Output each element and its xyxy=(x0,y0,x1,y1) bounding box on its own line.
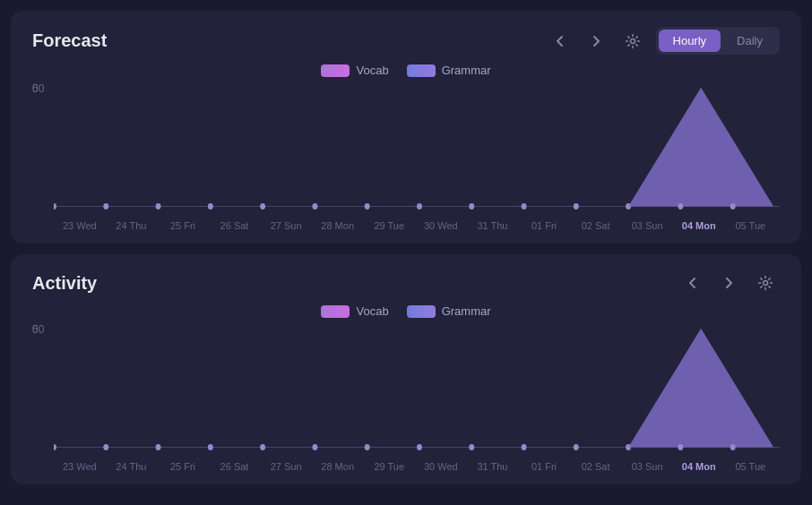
grammar-legend-label: Grammar xyxy=(442,64,491,77)
x-label-3: 26 Sat xyxy=(209,220,261,231)
forecast-next-button[interactable] xyxy=(583,30,609,53)
svg-point-28 xyxy=(522,444,527,450)
svg-point-10 xyxy=(469,203,474,210)
activity-chart-container: 50 0 23 Wed xyxy=(32,323,780,472)
x-label-5: 28 Mon xyxy=(312,220,364,231)
activity-chart xyxy=(32,323,780,458)
ax-label-7: 30 Wed xyxy=(415,461,467,472)
forecast-chart xyxy=(32,82,780,217)
activity-vocab-label: Vocab xyxy=(356,304,388,318)
x-label-7: 30 Wed xyxy=(415,220,467,231)
x-label-11: 03 Sun xyxy=(621,220,673,231)
svg-point-21 xyxy=(156,444,161,450)
ax-label-12: 04 Mon xyxy=(673,461,725,472)
svg-point-15 xyxy=(678,203,683,210)
svg-marker-14 xyxy=(628,88,773,207)
daily-toggle-button[interactable]: Daily xyxy=(722,30,777,52)
ax-label-8: 31 Thu xyxy=(467,461,519,472)
activity-header: Activity xyxy=(32,270,780,295)
chevron-right-icon xyxy=(721,275,737,291)
svg-point-23 xyxy=(260,444,265,450)
svg-point-8 xyxy=(365,203,370,210)
vocab-legend-label: Vocab xyxy=(356,64,388,77)
chevron-left-icon xyxy=(552,33,568,49)
ax-label-3: 26 Sat xyxy=(209,461,261,472)
x-label-10: 02 Sat xyxy=(570,220,622,231)
svg-point-9 xyxy=(417,203,422,210)
activity-vocab-swatch xyxy=(321,305,350,318)
activity-prev-button[interactable] xyxy=(679,271,706,295)
svg-point-17 xyxy=(764,281,768,286)
grammar-legend-item: Grammar xyxy=(407,64,491,77)
svg-point-2 xyxy=(54,203,56,210)
svg-point-7 xyxy=(312,203,317,210)
activity-title: Activity xyxy=(32,273,97,294)
activity-card: Activity Vocab Grammar 50 xyxy=(11,254,801,484)
svg-point-29 xyxy=(574,444,579,450)
forecast-title: Forecast xyxy=(32,30,107,51)
svg-point-22 xyxy=(208,444,213,450)
forecast-chart-container: 50 0 xyxy=(32,82,780,231)
hourly-toggle-button[interactable]: Hourly xyxy=(659,30,721,52)
ax-label-4: 27 Sun xyxy=(260,461,312,472)
ax-label-10: 02 Sat xyxy=(570,461,622,472)
activity-legend: Vocab Grammar xyxy=(32,304,780,318)
activity-settings-button[interactable] xyxy=(751,270,780,295)
forecast-x-labels: 23 Wed 24 Thu 25 Fri 26 Sat 27 Sun 28 Mo… xyxy=(32,220,780,231)
ax-label-9: 01 Fri xyxy=(518,461,570,472)
activity-svg xyxy=(54,323,780,458)
forecast-legend: Vocab Grammar xyxy=(32,64,780,77)
svg-point-12 xyxy=(574,203,579,210)
svg-point-11 xyxy=(522,203,527,210)
svg-point-5 xyxy=(208,203,213,210)
x-label-4: 27 Sun xyxy=(260,220,312,231)
x-label-13: 05 Tue xyxy=(725,220,777,231)
forecast-prev-button[interactable] xyxy=(547,30,574,53)
ax-label-0: 23 Wed xyxy=(54,461,106,472)
gear-icon xyxy=(625,33,641,49)
forecast-svg xyxy=(54,82,780,217)
activity-x-labels: 23 Wed 24 Thu 25 Fri 26 Sat 27 Sun 28 Mo… xyxy=(32,461,780,472)
forecast-controls: Hourly Daily xyxy=(547,27,780,55)
x-label-6: 29 Tue xyxy=(363,220,415,231)
forecast-settings-button[interactable] xyxy=(618,29,647,54)
svg-point-4 xyxy=(156,203,161,210)
forecast-header: Forecast Hourly Daily xyxy=(32,27,780,55)
svg-point-27 xyxy=(469,444,474,450)
ax-label-2: 25 Fri xyxy=(157,461,209,472)
x-label-8: 31 Thu xyxy=(467,220,519,231)
svg-point-6 xyxy=(260,203,265,210)
svg-point-20 xyxy=(103,444,108,450)
view-toggle: Hourly Daily xyxy=(656,27,780,55)
svg-point-33 xyxy=(730,444,736,450)
activity-grammar-legend-item: Grammar xyxy=(407,304,491,318)
gear-icon xyxy=(757,275,773,291)
activity-grammar-label: Grammar xyxy=(442,304,491,318)
activity-grammar-swatch xyxy=(407,305,436,318)
svg-point-24 xyxy=(312,444,317,450)
svg-point-16 xyxy=(730,203,736,210)
activity-next-button[interactable] xyxy=(715,271,742,295)
x-label-12: 04 Mon xyxy=(673,220,725,231)
ax-label-13: 05 Tue xyxy=(725,461,777,472)
x-label-2: 25 Fri xyxy=(157,220,209,231)
ax-label-6: 29 Tue xyxy=(363,461,415,472)
svg-point-3 xyxy=(103,203,108,210)
vocab-legend-item: Vocab xyxy=(321,64,388,77)
chevron-left-icon xyxy=(685,275,701,291)
ax-label-5: 28 Mon xyxy=(312,461,364,472)
ax-label-1: 24 Thu xyxy=(106,461,158,472)
svg-point-19 xyxy=(54,444,56,450)
svg-point-26 xyxy=(417,444,422,450)
activity-vocab-legend-item: Vocab xyxy=(321,304,388,318)
svg-marker-31 xyxy=(628,329,773,448)
vocab-legend-swatch xyxy=(321,64,350,77)
x-label-1: 24 Thu xyxy=(106,220,158,231)
x-label-0: 23 Wed xyxy=(54,220,106,231)
forecast-card: Forecast Hourly Daily Vocab xyxy=(11,11,801,244)
svg-point-32 xyxy=(678,444,683,450)
ax-label-11: 03 Sun xyxy=(621,461,673,472)
svg-point-0 xyxy=(630,39,635,43)
x-label-9: 01 Fri xyxy=(518,220,570,231)
grammar-legend-swatch xyxy=(407,64,436,77)
